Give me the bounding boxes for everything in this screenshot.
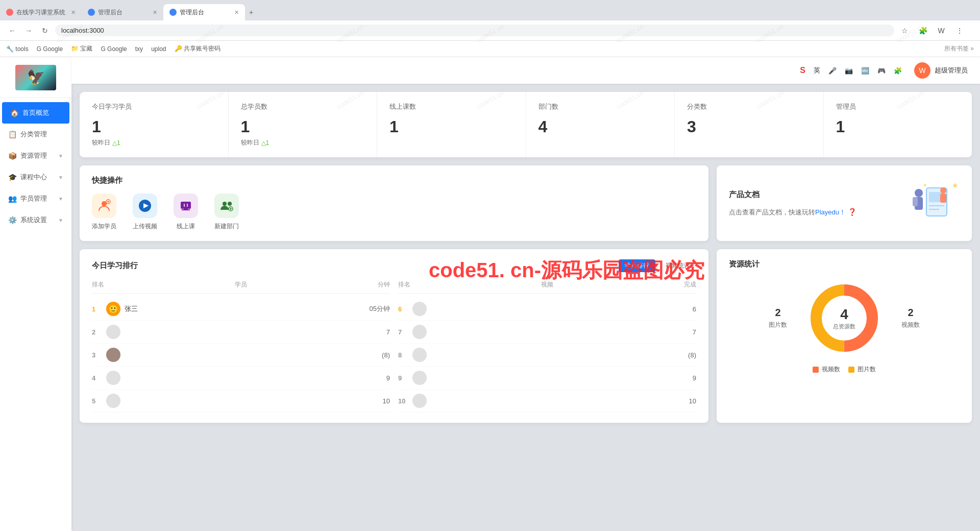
stat-today-students-label: 今日学习学员 [92, 102, 216, 111]
ranking-tab-video[interactable]: 视频统计 [659, 259, 696, 272]
sidebar-item-category[interactable]: 📋 分类管理 [0, 124, 71, 145]
url-input[interactable] [55, 25, 894, 36]
stat-departments: 部门数 4 [526, 92, 675, 157]
legend-video-label: 视频数 [822, 365, 840, 374]
video-count-value: 2 [908, 307, 913, 319]
compare-label-1: 较昨日 [241, 138, 259, 147]
stat-today-students-value: 1 [92, 117, 216, 136]
compare-label-0: 较昨日 [92, 138, 110, 147]
tab-1[interactable]: 在线学习课堂系统 ✕ [0, 4, 82, 20]
legend-image-label: 图片数 [857, 365, 876, 374]
lang-en[interactable]: 英 [814, 66, 820, 75]
address-bar: ← → ↻ ☆ 🧩 W ⋮ [0, 20, 980, 41]
sidebar-item-settings[interactable]: ⚙️ 系统设置 ▼ [0, 209, 71, 231]
bookmark-google2[interactable]: G Google [101, 45, 127, 53]
logo-image: 🦅 [15, 65, 56, 90]
star-icon[interactable]: ☆ [898, 25, 911, 37]
add-student-label: 添加学员 [92, 222, 116, 231]
action-online-course[interactable]: 线上课 [174, 194, 198, 231]
bottom-row: 今日学习排行 学员排行 视频统计 排名 学员 [80, 249, 972, 423]
tab-1-close[interactable]: ✕ [71, 9, 76, 16]
tab-2[interactable]: 管理后台 ✕ [82, 4, 163, 20]
rank-3: 3 [92, 351, 102, 359]
bookmark-uplod[interactable]: uplod [151, 45, 166, 53]
table-row: 7 7 [398, 321, 696, 344]
stat-total-students-value: 1 [241, 117, 365, 136]
user-icon[interactable]: W [935, 25, 947, 37]
ext-icon[interactable]: 🧩 [917, 25, 929, 37]
table-row: 3 (8) [92, 344, 390, 367]
complete-col-label: 完成 [684, 280, 696, 289]
new-tab-button[interactable]: + [245, 4, 257, 20]
user-info[interactable]: W 超级管理员 [914, 62, 968, 79]
sidebar-item-course-label: 课程中心 [20, 173, 47, 182]
rank-1: 1 [92, 305, 102, 313]
svg-text:✦: ✦ [923, 182, 927, 188]
middle-row: 快捷操作 [80, 165, 972, 241]
resource-stats: 2 图片数 [729, 277, 960, 359]
sidebar-item-resource[interactable]: 📦 资源管理 ▼ [0, 145, 71, 166]
rank-r-7: 7 [398, 328, 408, 336]
stat-departments-value: 4 [538, 117, 663, 136]
mic-icon[interactable]: 🎤 [828, 67, 837, 75]
menu-icon[interactable]: ⋮ [953, 25, 966, 37]
tr-icon[interactable]: 🔤 [861, 67, 869, 75]
stat-categories-value: 3 [687, 117, 811, 136]
ext2-icon[interactable]: 🧩 [894, 67, 902, 75]
bookmark-password[interactable]: 🔑 共享账号密码 [175, 44, 220, 53]
tab-2-close[interactable]: ✕ [153, 9, 157, 16]
doc-question[interactable]: ❓ [848, 208, 856, 216]
tab-3-close[interactable]: ✕ [234, 9, 239, 16]
lang-switch[interactable]: S 英 🎤 📷 🔤 🎮 🧩 [800, 66, 902, 75]
action-new-dept[interactable]: 新建部门 [214, 194, 239, 231]
svg-point-12 [228, 202, 232, 206]
stat-online-courses-label: 线上课数 [389, 102, 513, 111]
compare-value-0: △1 [112, 139, 120, 147]
sidebar-item-home[interactable]: 🏠 首页概览 [2, 102, 69, 124]
tab-2-icon [88, 9, 95, 16]
bookmark-txy[interactable]: txy [135, 45, 143, 53]
stat-total-students-label: 总学员数 [241, 102, 365, 111]
sidebar-item-student[interactable]: 👥 学员管理 ▼ [0, 188, 71, 209]
quick-actions-list: 添加学员 上传视频 [92, 194, 696, 231]
video-count-text: 视频数 [901, 321, 920, 329]
sidebar-logo: 🦅 [0, 57, 71, 98]
bookmark-baozang[interactable]: 📁 宝藏 [71, 44, 92, 53]
rank-r-10-score: 10 [689, 397, 696, 405]
ranking-header: 今日学习排行 学员排行 视频统计 [92, 259, 696, 272]
rank-col-label-r: 排名 [398, 280, 410, 289]
forward-button[interactable]: → [22, 25, 35, 37]
upload-video-label: 上传视频 [133, 222, 157, 231]
ranking-left-col: 排名 学员 分钟 1 🙂 张三 05分钟 [92, 280, 390, 413]
doc-desc[interactable]: 点击查看产品文档，快速玩转Playedu！ ❓ [729, 208, 898, 217]
tab-2-label: 管理后台 [98, 8, 122, 17]
svg-point-11 [223, 202, 227, 206]
course-arrow: ▼ [58, 175, 63, 180]
compare-value-1: △1 [261, 139, 270, 147]
back-button[interactable]: ← [6, 25, 18, 37]
tab-3[interactable]: 管理后台 ✕ [163, 4, 245, 20]
img-count-text: 图片数 [769, 321, 787, 329]
donut-center: 4 总资源数 [833, 306, 855, 330]
photo-icon[interactable]: 📷 [845, 67, 853, 75]
sidebar-item-course[interactable]: 🎓 课程中心 ▼ [0, 166, 71, 188]
rank-r-6-avatar [412, 302, 427, 316]
rank-5-avatar [106, 394, 120, 408]
bookmark-google1[interactable]: G Google [37, 45, 63, 53]
img-count-value: 2 [775, 307, 780, 319]
sidebar-menu: 🏠 首页概览 📋 分类管理 📦 资源管理 ▼ 🎓 课程中心 [0, 98, 71, 235]
bookmark-tools[interactable]: 🔧 tools [6, 45, 29, 53]
action-upload-video[interactable]: 上传视频 [133, 194, 157, 231]
doc-link[interactable]: Playedu！ [815, 208, 846, 216]
rank-4-avatar [106, 371, 120, 385]
game-icon[interactable]: 🎮 [877, 67, 886, 75]
table-row: 2 7 [92, 321, 390, 344]
action-add-student[interactable]: 添加学员 [92, 194, 116, 231]
upload-video-svg [138, 199, 152, 213]
reload-button[interactable]: ↻ [39, 25, 51, 37]
bookmarks-manage[interactable]: 所有书签 » [944, 44, 974, 53]
ranking-tab-student[interactable]: 学员排行 [619, 259, 655, 272]
tab-3-icon [169, 9, 177, 16]
rank-col-label: 排名 [92, 280, 104, 289]
table-row: 4 9 [92, 367, 390, 390]
